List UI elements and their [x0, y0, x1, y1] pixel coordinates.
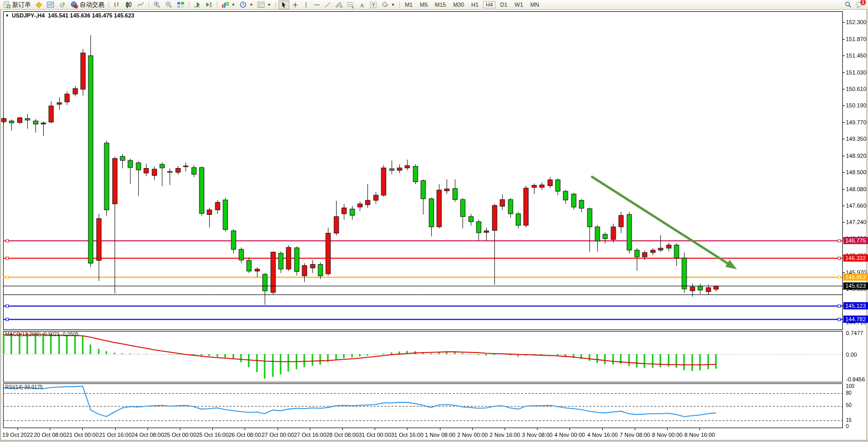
timeframe-button-h4[interactable]: H4: [483, 1, 495, 8]
timeframe-button-w1[interactable]: W1: [512, 1, 526, 8]
cursor-tool-button[interactable]: [279, 1, 289, 9]
application-window: 新订单 自动交易 ▼ ▼ ▼ E F A T ▼ M: [0, 0, 868, 442]
chart-title: ▼USDJPY-,H4 145.541 145.636 145.475 145.…: [5, 12, 134, 19]
bar-chart-icon: [113, 1, 121, 9]
market-watch-button[interactable]: [33, 1, 44, 9]
line-chart-mode-button[interactable]: [135, 1, 146, 9]
text-icon: A: [359, 2, 365, 8]
indicators-icon: [221, 1, 229, 9]
new-order-label: 新订单: [12, 1, 31, 9]
svg-text:T: T: [372, 3, 375, 8]
trendline-icon: [324, 2, 331, 8]
template-icon: [257, 1, 265, 9]
shapes-icon: [381, 1, 389, 9]
clock-icon: [239, 1, 247, 9]
bar-chart-mode-button[interactable]: [112, 1, 122, 9]
timeframe-button-m15[interactable]: M15: [432, 1, 448, 8]
horizontal-line-tool-button[interactable]: [312, 1, 322, 9]
channel-tool-button[interactable]: F: [345, 1, 356, 9]
chevron-down-icon: ▼: [249, 3, 253, 7]
toolbar-separator: [189, 2, 189, 8]
diamond-icon: [35, 1, 43, 9]
zoom-in-button[interactable]: [152, 1, 162, 9]
candle-chart-mode-button[interactable]: [123, 1, 134, 9]
autotrading-label: 自动交易: [80, 1, 104, 9]
zoom-out-icon: [165, 1, 173, 9]
auto-scroll-icon: [193, 1, 201, 9]
chart-canvas[interactable]: [0, 0, 868, 442]
zoom-out-button[interactable]: [163, 1, 174, 9]
chart-window-icon: [47, 1, 54, 9]
svg-text:A: A: [360, 2, 364, 8]
timeframe-button-d1[interactable]: D1: [497, 1, 510, 8]
signal-button[interactable]: [57, 1, 68, 9]
horizontal-line-icon: [313, 2, 320, 8]
crosshair-icon: [292, 2, 299, 8]
zoom-in-icon: [153, 1, 161, 9]
chart-symbol-timeframe: USDJPY-,H4: [12, 12, 45, 19]
chevron-down-icon: ▼: [391, 3, 395, 7]
search-icon[interactable]: [844, 1, 852, 9]
notification-badge: 1: [860, 0, 866, 5]
auto-scroll-button[interactable]: [192, 1, 202, 9]
templates-button[interactable]: ▼: [256, 1, 273, 9]
indicators-button[interactable]: ▼: [220, 1, 237, 9]
chat-button[interactable]: 1: [855, 1, 863, 9]
svg-text:F: F: [352, 5, 354, 8]
line-chart-icon: [137, 1, 144, 9]
chart-shift-icon: [205, 1, 213, 9]
toolbar-separator: [108, 2, 109, 8]
vertical-line-icon: [303, 2, 309, 8]
timeframe-button-m5[interactable]: M5: [417, 1, 430, 8]
trendline-tool-button[interactable]: [323, 1, 333, 9]
periods-button[interactable]: ▼: [238, 1, 255, 9]
chart-shift-button[interactable]: [204, 1, 214, 9]
autotrading-button[interactable]: 自动交易: [69, 1, 106, 9]
autotrading-icon: [70, 1, 78, 9]
timeframe-button-mn[interactable]: MN: [528, 1, 542, 8]
chart-window-button[interactable]: [45, 1, 56, 9]
fibonacci-tool-button[interactable]: E: [334, 1, 344, 9]
text-label-tool-button[interactable]: T: [368, 1, 379, 9]
timeframe-button-m30[interactable]: M30: [451, 1, 467, 8]
toolbar-separator: [275, 2, 276, 8]
fibonacci-icon: E: [335, 1, 343, 9]
crosshair-tool-button[interactable]: [290, 1, 300, 9]
arrows-tool-button[interactable]: ▼: [380, 1, 397, 9]
toolbar: 新订单 自动交易 ▼ ▼ ▼ E F A T ▼ M: [0, 0, 868, 10]
text-label-icon: T: [370, 1, 377, 9]
toolbar-separator: [399, 2, 400, 8]
new-order-icon: [3, 1, 11, 9]
toolbar-separator: [149, 2, 149, 8]
new-order-button[interactable]: 新订单: [2, 1, 32, 9]
toolbar-right-group: 1: [844, 1, 866, 9]
timeframe-bar: M1M5M15M30H1H4D1W1MN: [402, 1, 542, 8]
vertical-line-tool-button[interactable]: [301, 1, 311, 9]
svg-text:E: E: [340, 5, 343, 8]
channel-icon: F: [347, 1, 355, 9]
timeframe-button-h1[interactable]: H1: [469, 1, 481, 8]
cursor-icon: [281, 2, 287, 8]
tile-windows-button[interactable]: [175, 1, 186, 9]
candle-chart-icon: [125, 1, 133, 9]
tile-windows-icon: [177, 1, 184, 9]
macd-indicator-label: MACD(12,26,9) -0.5021 -0.3505: [5, 332, 79, 337]
rsi-indicator-label: RSI(14) 33.0175: [5, 384, 43, 390]
timeframe-button-m1[interactable]: M1: [402, 1, 415, 8]
signal-icon: [59, 1, 66, 9]
collapse-triangle-icon[interactable]: ▼: [5, 13, 9, 18]
chevron-down-icon: ▼: [231, 3, 235, 7]
chart-ohlc-values: 145.541 145.636 145.475 145.623: [48, 12, 134, 19]
text-tool-button[interactable]: A: [357, 1, 367, 9]
chevron-down-icon: ▼: [267, 3, 271, 7]
toolbar-separator: [217, 2, 217, 8]
